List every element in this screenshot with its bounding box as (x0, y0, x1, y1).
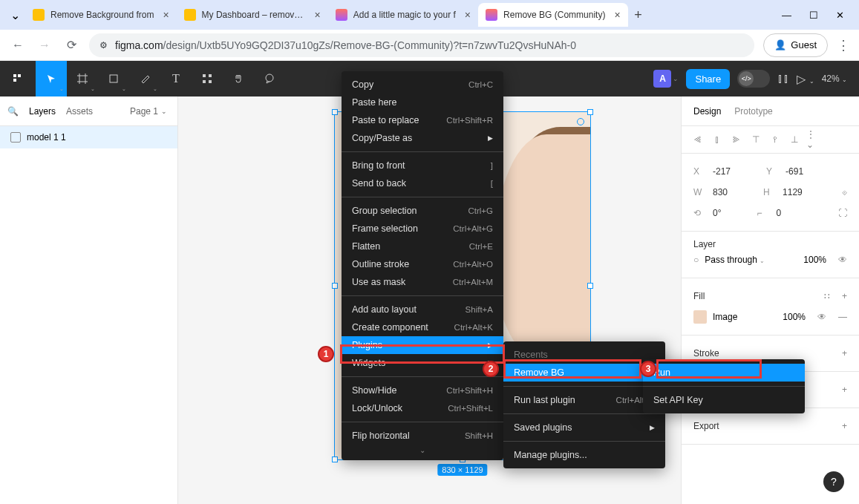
rotation-input[interactable]: 0° (713, 208, 721, 218)
share-button[interactable]: Share (686, 69, 730, 89)
menu-item[interactable]: Show/HideCtrl+Shift+H (342, 382, 503, 399)
frame-tool[interactable]: ⌄ (67, 61, 98, 96)
menu-item[interactable]: Group selectionCtrl+G (342, 202, 503, 220)
zoom-level[interactable]: 42% ⌄ (822, 73, 847, 84)
comment-tool[interactable] (254, 61, 285, 96)
distribute-icon[interactable]: ⋮ ⌄ (806, 132, 821, 147)
help-button[interactable]: ? (823, 471, 844, 492)
menu-item[interactable]: Add auto layoutShift+A (342, 301, 503, 318)
close-icon[interactable]: × (614, 9, 620, 21)
blend-mode-select[interactable]: Pass through ⌄ (705, 255, 765, 265)
menu-item[interactable]: Copy/Paste as▶ (342, 129, 503, 147)
present-button[interactable]: ▷ ⌄ (797, 72, 814, 86)
move-tool[interactable]: ⌄ (36, 61, 67, 96)
fill-swatch[interactable] (693, 310, 707, 324)
radius-input[interactable]: 0 (776, 208, 781, 218)
close-icon[interactable]: × (163, 9, 169, 21)
independent-corners-icon[interactable]: ⛶ (838, 208, 847, 218)
menu-item[interactable]: Lock/UnlockCtrl+Shift+L (342, 399, 503, 417)
prototype-tab[interactable]: Prototype (734, 106, 772, 117)
x-input[interactable]: -217 (713, 166, 731, 177)
layers-tab[interactable]: Layers (29, 106, 56, 117)
menu-item[interactable]: Bring to front] (342, 157, 503, 174)
menu-scroll-down-icon[interactable]: ⌄ (342, 445, 503, 456)
new-tab-button[interactable]: + (628, 7, 649, 23)
menu-item[interactable]: Set API Key (643, 391, 805, 409)
assets-tab[interactable]: Assets (66, 106, 93, 117)
h-input[interactable]: 1129 (783, 187, 803, 197)
align-left-icon[interactable]: ⫷ (690, 132, 705, 147)
maximize-icon[interactable]: ☐ (809, 10, 818, 21)
browser-menu-button[interactable]: ⋮ (837, 37, 850, 53)
site-info-icon[interactable]: ⚙ (99, 40, 108, 50)
add-stroke-button[interactable]: + (842, 348, 847, 359)
library-icon[interactable]: ⫿⫿ (777, 72, 789, 85)
design-tab[interactable]: Design (693, 106, 721, 117)
rotate-handle[interactable] (577, 118, 584, 125)
hand-tool[interactable] (223, 61, 254, 96)
reload-button[interactable]: ⟳ (62, 36, 80, 54)
menu-item[interactable]: Create componentCtrl+Alt+K (342, 318, 503, 336)
browser-tab[interactable]: My Dashboard – remove.b × (177, 3, 328, 27)
close-icon[interactable]: × (315, 9, 321, 21)
minimize-icon[interactable]: — (782, 10, 791, 21)
page-selector[interactable]: Page 1⌄ (130, 106, 167, 117)
pen-tool[interactable]: ⌄ (129, 61, 160, 96)
menu-item[interactable]: Paste to replaceCtrl+Shift+R (342, 111, 503, 129)
align-top-icon[interactable]: ⊤ (748, 132, 763, 147)
back-button[interactable]: ← (9, 36, 27, 54)
add-effect-button[interactable]: + (842, 384, 847, 395)
fill-type[interactable]: Image (713, 312, 737, 322)
close-window-icon[interactable]: ✕ (836, 10, 844, 21)
menu-item[interactable]: Send to back[ (342, 174, 503, 192)
menu-item[interactable]: Paste here (342, 94, 503, 111)
profile-button[interactable]: 👤 Guest (763, 33, 828, 57)
menu-item[interactable]: Run (643, 364, 805, 382)
visibility-icon[interactable]: 👁 (817, 312, 826, 322)
browser-tab-active[interactable]: Remove BG (Community) × (478, 3, 628, 27)
text-tool[interactable]: T (160, 61, 192, 96)
menu-item[interactable]: FlattenCtrl+E (342, 238, 503, 255)
avatar[interactable]: A (653, 70, 671, 88)
browser-tab[interactable]: Remove Background from × (25, 3, 177, 27)
menu-item[interactable]: Frame selectionCtrl+Alt+G (342, 220, 503, 238)
align-hcenter-icon[interactable]: ⫿ (710, 132, 725, 147)
shape-tool[interactable]: ⌄ (98, 61, 129, 96)
remove-fill-button[interactable]: — (838, 312, 847, 322)
search-icon[interactable]: 🔍 (7, 106, 19, 117)
menu-item[interactable]: Outline strokeCtrl+Alt+O (342, 255, 503, 273)
menu-item[interactable]: Run last pluginCtrl+Alt+P (503, 391, 665, 409)
tab-search-dropdown[interactable]: ⌄ (4, 4, 25, 25)
add-fill-button[interactable]: + (842, 291, 847, 301)
menu-item[interactable]: Plugins▶ (342, 336, 503, 354)
menu-item[interactable]: Manage plugins... (503, 446, 665, 464)
add-export-button[interactable]: + (842, 421, 847, 431)
resources-tool[interactable] (192, 61, 223, 96)
resize-handle[interactable] (587, 283, 593, 289)
resize-handle[interactable] (332, 283, 338, 289)
styles-icon[interactable]: ∷ (824, 291, 830, 301)
align-bottom-icon[interactable]: ⊥ (787, 132, 802, 147)
resize-handle[interactable] (332, 109, 338, 115)
opacity-input[interactable]: 100% (803, 255, 826, 265)
w-input[interactable]: 830 (713, 187, 728, 197)
resize-handle[interactable] (332, 456, 338, 462)
align-right-icon[interactable]: ⫸ (729, 132, 744, 147)
y-input[interactable]: -691 (785, 166, 803, 177)
resize-handle[interactable] (587, 109, 593, 115)
figma-menu-button[interactable] (0, 61, 36, 96)
layer-row-selected[interactable]: model 1 1 (0, 126, 177, 148)
chevron-down-icon[interactable]: ⌄ (673, 75, 679, 82)
fill-opacity[interactable]: 100% (783, 312, 806, 322)
close-icon[interactable]: × (465, 9, 471, 21)
align-vcenter-icon[interactable]: ⫯ (768, 132, 783, 147)
menu-item[interactable]: Flip horizontalShift+H (342, 427, 503, 445)
menu-item[interactable]: CopyCtrl+C (342, 76, 503, 94)
constrain-icon[interactable]: ⟐ (842, 187, 847, 197)
menu-item[interactable]: Saved plugins▶ (503, 419, 665, 436)
browser-tab[interactable]: Add a little magic to your f × (328, 3, 478, 27)
dev-mode-toggle[interactable]: </> (737, 70, 770, 88)
address-bar[interactable]: ⚙ figma.com/design/Uxtb5UYo9GQ2DI37u10gZ… (89, 33, 754, 57)
menu-item[interactable]: Widgets▶ (342, 354, 503, 372)
forward-button[interactable]: → (36, 36, 53, 54)
